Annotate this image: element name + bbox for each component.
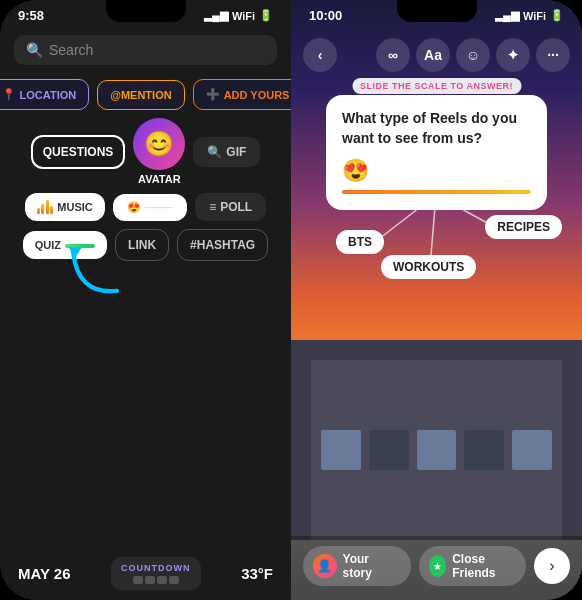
right-toolbar: ‹ ∞ Aa ☺ ✦ ··· [291, 32, 582, 78]
wifi-icon: WiFi [232, 10, 255, 22]
emoji-face: 😍 [342, 158, 531, 184]
text-icon: Aa [424, 47, 442, 63]
svg-marker-0 [69, 247, 82, 258]
close-friends-label: Close Friends [452, 552, 516, 580]
sticker-row-1: 📍 LOCATION @MENTION ➕ ADD YOURS [14, 79, 277, 110]
temperature-label: 33°F [241, 565, 273, 582]
tag-recipes[interactable]: RECIPES [485, 215, 562, 239]
left-status-icons: ▂▄▆ WiFi 🔋 [204, 9, 273, 22]
close-friends-icon: ★ [429, 555, 447, 577]
right-signal-icon: ▂▄▆ [495, 9, 519, 22]
your-story-label: Your story [343, 552, 401, 580]
search-placeholder: Search [49, 42, 93, 58]
slide-scale-label: SLIDE THE SCALE TO ANSWER! [352, 78, 521, 94]
story-avatar: 👤 [313, 554, 337, 578]
search-bar[interactable]: 🔍 Search [14, 35, 277, 65]
window-4 [464, 430, 504, 470]
right-wifi-icon: WiFi [523, 10, 546, 22]
search-icon: 🔍 [26, 42, 43, 58]
window-1 [321, 430, 361, 470]
window-2 [369, 430, 409, 470]
sticker-hashtag[interactable]: #HASHTAG [177, 229, 268, 261]
tag-workouts[interactable]: WORKOUTS [381, 255, 476, 279]
face-button[interactable]: ☺ [456, 38, 490, 72]
question-text: What type of Reels do you want to see fr… [342, 109, 531, 148]
question-card: What type of Reels do you want to see fr… [326, 95, 547, 210]
sticker-music[interactable]: MUSIC [25, 193, 105, 221]
countdown-bars [133, 576, 179, 584]
tag-bts[interactable]: BTS [336, 230, 384, 254]
stickers-grid: 📍 LOCATION @MENTION ➕ ADD YOURS QUESTION… [0, 73, 291, 549]
more-button[interactable]: ··· [536, 38, 570, 72]
signal-icon: ▂▄▆ [204, 9, 228, 22]
right-phone: 10:00 ▂▄▆ WiFi 🔋 ‹ ∞ Aa ☺ ✦ ··· [291, 0, 582, 600]
sticker-questions[interactable]: QUESTIONS [31, 135, 126, 169]
sticker-emoji-slider[interactable]: 😍 ──── [113, 194, 187, 221]
heart-eyes-emoji: 😍 [127, 201, 141, 214]
back-button[interactable]: ‹ [303, 38, 337, 72]
avatar-icon: 😊 [133, 118, 185, 170]
music-bars-icon [37, 200, 54, 214]
sticker-mention[interactable]: @MENTION [97, 80, 184, 110]
right-status-icons: ▂▄▆ WiFi 🔋 [495, 9, 564, 22]
sticker-poll[interactable]: ≡ POLL [195, 193, 266, 221]
location-icon: 📍 [2, 88, 16, 101]
avatar-label: AVATAR [138, 173, 181, 185]
send-icon: › [549, 557, 554, 575]
face-icon: ☺ [466, 47, 480, 63]
back-icon: ‹ [318, 47, 323, 63]
right-time: 10:00 [309, 8, 342, 23]
sticker-row-3: MUSIC 😍 ──── ≡ POLL [14, 193, 277, 221]
sticker-countdown[interactable]: COUNTDOWN [111, 557, 201, 590]
more-icon: ··· [547, 47, 559, 63]
sticker-row-2: QUESTIONS 😊 AVATAR 🔍 GIF [14, 118, 277, 185]
window-3 [417, 430, 457, 470]
gif-search-icon: 🔍 [207, 145, 222, 159]
right-battery-icon: 🔋 [550, 9, 564, 22]
sticker-avatar[interactable]: 😊 AVATAR [133, 118, 185, 185]
addyours-icon: ➕ [206, 88, 220, 101]
sticker-gif[interactable]: 🔍 GIF [193, 137, 260, 167]
send-button[interactable]: › [534, 548, 570, 584]
bottom-row: MAY 26 COUNTDOWN 33°F [0, 549, 291, 600]
toolbar-right-buttons: ∞ Aa ☺ ✦ ··· [376, 38, 570, 72]
close-friends-button[interactable]: ★ Close Friends [419, 546, 527, 586]
sticker-add-yours[interactable]: ➕ ADD YOURS [193, 79, 291, 110]
left-time: 9:58 [18, 8, 44, 23]
your-story-button[interactable]: 👤 Your story [303, 546, 411, 586]
countdown-label: COUNTDOWN [121, 563, 191, 573]
arrow-icon [60, 234, 130, 304]
left-notch [106, 0, 186, 22]
right-bottom-bar: 👤 Your story ★ Close Friends › [291, 536, 582, 600]
sticker-row-4: QUIZ LINK #HASHTAG [14, 229, 277, 261]
move-icon: ✦ [507, 47, 519, 63]
move-button[interactable]: ✦ [496, 38, 530, 72]
left-phone: 9:58 ▂▄▆ WiFi 🔋 🔍 Search 📍 LOCATION @MEN… [0, 0, 291, 600]
windows-row [321, 430, 552, 470]
infinity-icon: ∞ [388, 47, 398, 63]
text-button[interactable]: Aa [416, 38, 450, 72]
battery-icon: 🔋 [259, 9, 273, 22]
date-label: MAY 26 [18, 565, 71, 582]
sticker-location[interactable]: 📍 LOCATION [0, 79, 89, 110]
sticker-link-container: LINK [115, 229, 169, 261]
poll-icon: ≡ [209, 200, 216, 214]
infinity-button[interactable]: ∞ [376, 38, 410, 72]
slider-track[interactable] [342, 190, 531, 194]
window-5 [512, 430, 552, 470]
right-notch [397, 0, 477, 22]
